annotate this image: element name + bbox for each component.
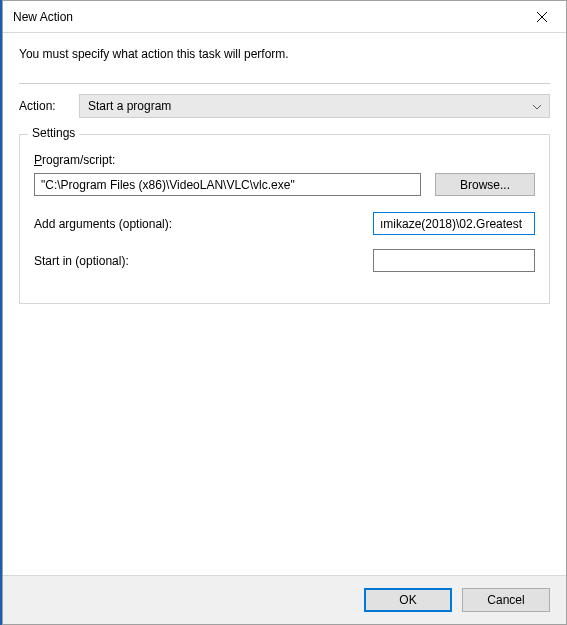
program-row: Browse... xyxy=(34,173,535,196)
browse-button[interactable]: Browse... xyxy=(435,173,535,196)
close-icon xyxy=(537,12,547,22)
startin-input[interactable] xyxy=(373,249,535,272)
settings-legend: Settings xyxy=(28,126,79,140)
close-button[interactable] xyxy=(519,2,564,32)
dialog-footer: OK Cancel xyxy=(3,575,566,624)
action-dropdown[interactable]: Start a program xyxy=(79,94,550,118)
spacer xyxy=(19,304,550,575)
action-label: Action: xyxy=(19,99,69,113)
arguments-input[interactable] xyxy=(373,212,535,235)
titlebar: New Action xyxy=(3,1,566,33)
startin-row: Start in (optional): xyxy=(34,249,535,272)
new-action-dialog: New Action You must specify what action … xyxy=(2,0,567,625)
instruction-text: You must specify what action this task w… xyxy=(19,47,550,61)
action-selected: Start a program xyxy=(88,99,171,113)
divider xyxy=(19,83,550,84)
dialog-content: You must specify what action this task w… xyxy=(3,33,566,575)
program-label: Program/script: xyxy=(34,153,535,167)
chevron-down-icon xyxy=(533,99,541,113)
arguments-row: Add arguments (optional): xyxy=(34,212,535,235)
arguments-label: Add arguments (optional): xyxy=(34,217,373,231)
window-title: New Action xyxy=(13,10,519,24)
action-row: Action: Start a program xyxy=(19,94,550,118)
cancel-button[interactable]: Cancel xyxy=(462,588,550,612)
startin-label: Start in (optional): xyxy=(34,254,373,268)
ok-button[interactable]: OK xyxy=(364,588,452,612)
settings-group: Settings Program/script: Browse... Add a… xyxy=(19,134,550,304)
program-input[interactable] xyxy=(34,173,421,196)
